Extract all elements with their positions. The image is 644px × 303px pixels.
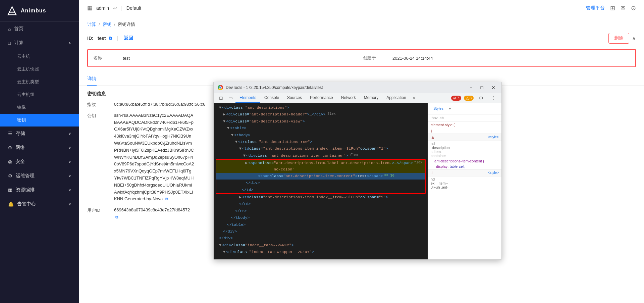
sidebar-item-vm-group[interactable]: 云主机组 [0,88,79,101]
tri-1[interactable]: ▼ [219,105,221,111]
el-line-10[interactable]: <span class="ant-descriptions-item-conte… [216,173,425,180]
header-right: 管理平台 ⊞ ✉ ⊙ [586,4,636,12]
error-icon: ⊗ [453,96,456,100]
sidebar-item-image[interactable]: 镜像 [0,101,79,114]
sidebar-item-vm-snapshot[interactable]: 云主机快照 [0,63,79,75]
devtools-settings-icon[interactable]: ⚙ [476,94,486,102]
sidebar-item-keypair[interactable]: 密钥 [0,114,79,127]
sidebar-logo: Animbus [0,0,79,22]
user-icon[interactable]: ⊙ [631,4,636,12]
back-arrow-icon: ↩ [113,5,117,11]
fingerprint-label: 指纹 [87,101,114,108]
security-icon: ◎ [8,159,12,164]
sidebar-item-home[interactable]: ⌂ 首页 [0,22,79,36]
devtools-tab-network[interactable]: Network [337,93,360,103]
sidebar-item-network[interactable]: ⊕ 网络 ∨ [0,141,79,155]
devtools-titlebar: DevTools - 172.20.154.250/compute/keypai… [214,82,501,93]
styles-panel-header: Styles » [428,103,501,114]
compute-icon: □ [8,41,11,46]
a-style-selector: .a [431,135,434,139]
el-line-2: ▶ <div class="ant-descriptions-header">…… [214,111,428,118]
styles-tab-more[interactable]: » [446,105,453,112]
sidebar-item-compute[interactable]: □ 计算 ∧ [0,36,79,50]
i-style-source[interactable]: <style> [488,171,499,175]
tri-3[interactable]: ▼ [223,118,225,124]
sidebar-item-alerts[interactable]: 🔔 告警中心 ∨ [0,197,79,211]
a-style-source[interactable]: <style> [488,135,499,139]
tri-4[interactable]: ▼ [227,125,229,131]
sidebar-item-resources[interactable]: ▦ 资源编排 ∨ [0,183,79,197]
tri-6[interactable]: ▼ [235,139,237,145]
network-chevron: ∨ [68,146,71,150]
a-style-source-row: .a <style> [428,134,501,141]
tri-21[interactable]: ▼ [223,249,225,255]
devtools-tab-elements[interactable]: Elements [235,93,260,103]
sidebar-item-vm[interactable]: 云主机 [0,50,79,63]
el-ellipsis: … [214,256,428,259]
ops-chevron: ∨ [68,174,71,178]
i-style-selector: .i [431,171,433,175]
i-style-source-row: .i <style> [428,169,501,176]
el-line-21: ▼ <div class="index__tab-wrapper--2DZuY"… [214,249,428,255]
tri-5[interactable]: ▼ [231,132,233,138]
breadcrumb-compute[interactable]: 计算 [87,21,96,28]
compute-chevron: ∧ [68,41,71,45]
devtools-inspect-icon[interactable]: ⊡ [216,93,226,103]
tri-7[interactable]: ▼ [239,146,241,152]
copy-pubkey-icon[interactable]: ⧉ [165,197,168,201]
prop-name-display: display [436,164,447,168]
devtools-error-badge: ⊗ 7 [451,96,461,101]
name-value: test [123,56,130,61]
devtools-tab-memory[interactable]: Memory [360,93,382,103]
devtools-minimize-button[interactable]: − [468,84,474,91]
sidebar-item-ops[interactable]: ⚙ 运维管理 ∨ [0,169,79,183]
sidebar-item-vm-type[interactable]: 云主机类型 [0,75,79,88]
tri-9[interactable]: ▶ [245,160,248,166]
styles-tab-styles[interactable]: Styles [431,105,446,112]
el-line-16: </tbody> [214,214,428,221]
tri-20[interactable]: ▼ [219,242,221,248]
sidebar-item-storage[interactable]: ☰ 存储 ∨ [0,127,79,141]
back-link[interactable]: 返回 [124,35,133,41]
collapse-icon[interactable]: ∧ [632,35,636,42]
el-line-19: </div> [214,235,428,242]
devtools-elements-panel[interactable]: ▼ <div class="ant-descriptions"> ▶ <div … [214,103,428,259]
copy-userid-icon[interactable]: ⧉ [115,215,118,219]
delete-button[interactable]: 删除 [608,33,629,44]
devtools-warn-badge: △ 3 [464,96,474,101]
breadcrumb-keypair[interactable]: 密钥 [103,21,111,28]
devtools-device-icon[interactable]: ▭ [226,93,235,103]
mail-icon[interactable]: ✉ [621,4,626,12]
element-style-section: element.style { } [428,121,501,134]
sidebar-item-security[interactable]: ◎ 安全 ∨ [0,155,79,169]
devtools-tab-performance[interactable]: Performance [306,93,337,103]
tri-2[interactable]: ▶ [223,111,225,117]
tab-detail[interactable]: 详情 [87,72,97,85]
devtools-more-tabs[interactable]: » [410,94,418,102]
element-style-selector: element.style { [428,121,501,128]
devtools-tab-sources[interactable]: Sources [283,93,306,103]
styles-tabs: Styles » [431,105,453,112]
alerts-chevron: ∨ [68,202,71,206]
devtools-styles-panel: Styles » :hov .cls element.style { } .a … [428,103,501,259]
el-line-13: ▶ <td class="ant-descriptions-item index… [214,194,428,201]
info-card: 名称 test 创建于 2021-06-24 14:14:44 [87,49,636,67]
devtools-maximize-button[interactable]: □ [479,84,485,91]
tri-13[interactable]: ▶ [239,194,241,200]
devtools-tab-application[interactable]: Application [382,93,410,103]
devtools-close-button[interactable]: ✕ [489,84,497,91]
filter-hint: :hov .cls [431,116,444,120]
copy-id-icon[interactable]: ⧉ [109,36,112,41]
security-chevron: ∨ [68,160,71,164]
manage-platform-link[interactable]: 管理平台 [586,5,605,11]
created-label: 创建于 [363,55,390,61]
grid-view-icon[interactable]: ⊞ [610,4,615,12]
home-icon: ⌂ [8,26,11,32]
devtools-tab-console[interactable]: Console [260,93,283,103]
devtools-menu-icon[interactable]: ⋮ [489,94,499,102]
warn-icon: △ [466,96,469,100]
grid-icon: ▦ [87,5,92,11]
devtools-title: DevTools - 172.20.154.250/compute/keypai… [218,85,323,90]
devtools-badges: ⊗ 7 △ 3 ⚙ ⋮ [451,94,499,102]
tri-8[interactable]: ▼ [243,153,246,159]
